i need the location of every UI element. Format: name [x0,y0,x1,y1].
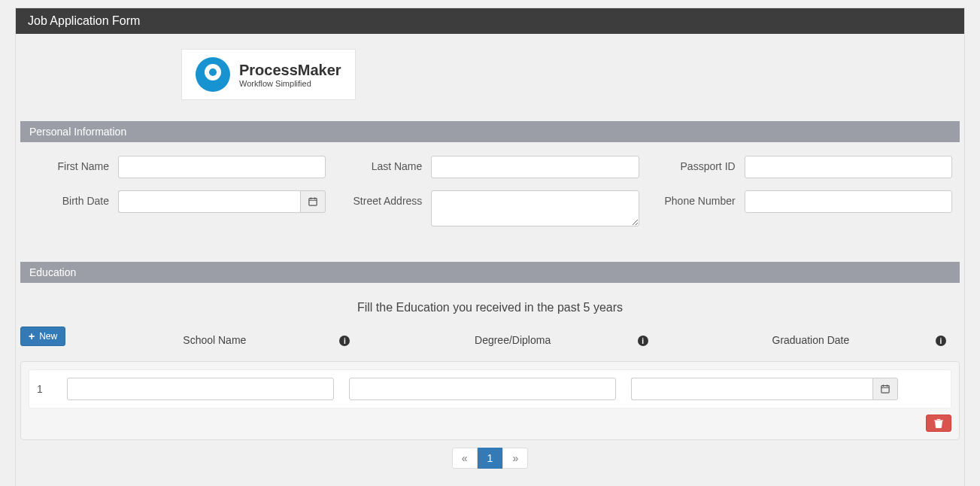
section-title-education: Education [29,266,76,278]
logo-area: ProcessMaker Workflow Simplified [16,34,964,115]
section-header-education: Education [20,262,960,283]
section-title-personal: Personal Information [29,126,126,138]
label-birth-date: Birth Date [28,190,118,207]
birth-date-input[interactable] [118,190,300,213]
plus-icon: + [29,330,35,342]
new-row-button[interactable]: + New [20,327,65,346]
table-row: 1 [29,369,951,409]
passport-id-input[interactable] [745,156,952,178]
calendar-icon [881,384,890,393]
col-header-degree: Degree/Diploma [475,334,551,346]
graduation-date-picker-button[interactable] [872,378,898,400]
label-last-name: Last Name [341,156,431,172]
logo-title: ProcessMaker [239,62,341,79]
logo-icon [196,57,230,92]
col-header-school: School Name [183,334,246,346]
label-passport-id: Passport ID [654,156,745,172]
degree-input[interactable] [349,378,616,400]
street-address-input[interactable] [431,190,639,226]
label-phone-number: Phone Number [654,190,745,207]
last-name-input[interactable] [431,156,639,178]
graduation-date-input[interactable] [631,378,872,400]
label-street-address: Street Address [341,190,431,207]
grid-body: 1 [20,361,960,440]
first-name-input[interactable] [118,156,326,178]
col-header-grad-date: Graduation Date [772,334,850,346]
info-icon[interactable]: i [339,336,350,346]
education-instruction: Fill the Education you received in the p… [16,289,964,327]
logo: ProcessMaker Workflow Simplified [181,49,356,100]
form-title-bar: Job Application Form [16,8,964,34]
delete-row-button[interactable] [926,415,951,432]
form-container: Job Application Form ProcessMaker Workfl… [15,8,965,486]
svg-rect-4 [881,386,889,393]
new-row-label: New [39,331,57,342]
pagination-page-1[interactable]: 1 [478,448,503,469]
svg-rect-0 [309,199,317,205]
info-icon[interactable]: i [638,336,648,346]
pagination-next[interactable]: » [502,448,528,469]
pagination-prev[interactable]: « [452,448,478,469]
birth-date-picker-button[interactable] [300,190,326,213]
form-title: Job Application Form [28,14,140,27]
pagination: « 1 » [20,448,960,469]
school-name-input[interactable] [67,378,334,400]
label-first-name: First Name [28,156,118,172]
trash-icon [934,418,943,428]
calendar-icon [308,197,317,206]
row-number: 1 [37,383,52,395]
phone-number-input[interactable] [745,190,952,213]
info-icon[interactable]: i [936,336,946,346]
logo-subtitle: Workflow Simplified [239,79,341,88]
section-header-personal: Personal Information [20,121,960,142]
